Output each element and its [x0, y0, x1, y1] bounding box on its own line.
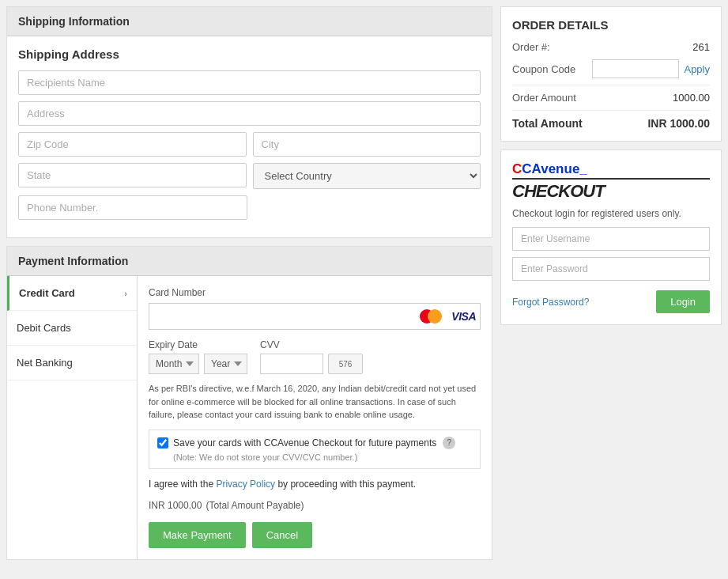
agree-text: I agree with the Privacy Policy by proce… — [149, 479, 481, 490]
cvv-group: CVV 576 — [260, 339, 363, 374]
agree-suffix: by proceeding with this payment. — [275, 479, 416, 490]
cc-c-letter2: C — [522, 161, 531, 176]
cc-logo-text: CC — [512, 161, 532, 177]
total-payable: INR 1000.00 (Total Amount Payable) — [149, 496, 481, 513]
checkout-panel: CC Avenue_ CHECKOUT Checkout login for r… — [500, 149, 722, 325]
save-card-row: Save your cards with CCAvenue Checkout f… — [157, 437, 472, 449]
state-country-row: Select Country — [18, 163, 481, 189]
checkout-login-text: Checkout login for registered users only… — [512, 208, 710, 219]
forgot-password-link[interactable]: Forgot Password? — [512, 297, 589, 308]
save-card-box: Save your cards with CCAvenue Checkout f… — [149, 430, 481, 469]
order-number-row: Order #: 261 — [512, 41, 710, 53]
action-buttons: Make Payment Cancel — [149, 522, 481, 548]
agree-prefix: I agree with the — [149, 479, 216, 490]
help-icon[interactable]: ? — [443, 437, 455, 449]
state-input[interactable] — [18, 163, 247, 187]
order-amount-label: Order Amount — [512, 92, 576, 104]
debit-cards-label: Debit Cards — [17, 322, 71, 334]
login-button[interactable]: Login — [656, 290, 710, 313]
logo-line1: CC Avenue_ — [512, 161, 710, 177]
state-field — [18, 163, 247, 189]
username-input[interactable] — [512, 227, 710, 251]
cvv-label: CVV — [260, 339, 363, 350]
payment-content: Card Number VISA Expir — [138, 276, 492, 559]
mastercard-logo — [420, 308, 448, 325]
year-select[interactable]: Year — [204, 354, 247, 374]
shipping-header: Shipping Information — [7, 7, 492, 36]
rbi-notice: As per RBI's directive, w.e.f March 16, … — [149, 382, 481, 422]
expiry-label: Expiry Date — [149, 339, 247, 350]
visa-logo: VISA — [451, 310, 476, 323]
order-number-label: Order #: — [512, 41, 550, 53]
payment-sidebar: Credit Card › Debit Cards Net Banking — [7, 276, 138, 559]
expiry-cvv-row: Expiry Date Month Year CVV — [149, 339, 481, 374]
phone-input[interactable] — [18, 195, 247, 220]
payment-section: Payment Information Credit Card › Debit … — [6, 246, 492, 560]
expiry-group: Expiry Date Month Year — [149, 339, 247, 374]
total-amount-label: Total Amount — [512, 117, 583, 130]
divider2 — [512, 110, 710, 111]
total-amount: INR 1000.00 — [149, 500, 202, 511]
save-card-note: (Note: We do not store your CVV/CVC numb… — [173, 452, 472, 462]
card-number-label: Card Number — [149, 287, 481, 298]
cvv-example: 576 — [339, 360, 353, 369]
country-field: Select Country — [253, 163, 481, 189]
ccavenue-logo: CC Avenue_ CHECKOUT — [512, 161, 710, 202]
recipients-name-field — [18, 70, 481, 95]
order-details-title: ORDER DETAILS — [512, 18, 710, 32]
cvv-input-row: 576 — [260, 354, 363, 374]
total-amount-value: INR 1000.00 — [647, 117, 710, 130]
avenue-logo-text: Avenue_ — [532, 161, 587, 177]
city-field — [253, 132, 481, 157]
shipping-title: Shipping Information — [18, 15, 130, 28]
payment-title: Payment Information — [18, 255, 128, 267]
coupon-label: Coupon Code — [512, 63, 575, 75]
expiry-selects: Month Year — [149, 354, 247, 374]
rbi-notice-text: As per RBI's directive, w.e.f March 16, … — [149, 384, 476, 419]
sidebar-item-debit-cards[interactable]: Debit Cards — [7, 311, 137, 346]
zip-city-row — [18, 132, 481, 157]
coupon-row: Coupon Code Apply — [512, 59, 710, 78]
apply-link[interactable]: Apply — [684, 63, 710, 75]
mc-right-circle — [428, 309, 442, 324]
month-select[interactable]: Month — [149, 354, 199, 374]
divider — [512, 85, 710, 85]
order-details-panel: ORDER DETAILS Order #: 261 Coupon Code A… — [500, 6, 722, 142]
save-card-checkbox[interactable] — [157, 437, 168, 448]
cc-c-letter: C — [512, 161, 522, 176]
phone-field — [18, 195, 247, 220]
coupon-input[interactable] — [592, 59, 679, 78]
address-input[interactable] — [18, 101, 481, 126]
privacy-policy-link[interactable]: Privacy Policy — [216, 479, 275, 490]
cancel-button[interactable]: Cancel — [252, 522, 312, 548]
phone-row — [18, 195, 481, 220]
checkout-logo-text: CHECKOUT — [512, 181, 710, 202]
cvv-icon: 576 — [328, 354, 363, 374]
forgot-row: Forgot Password? Login — [512, 290, 710, 313]
zip-input[interactable] — [18, 132, 247, 157]
recipients-name-row — [18, 70, 481, 95]
city-input[interactable] — [253, 132, 481, 157]
country-select[interactable]: Select Country — [253, 163, 481, 189]
shipping-section: Shipping Information Shipping Address — [6, 6, 492, 238]
card-number-row: VISA — [149, 303, 481, 330]
order-amount-value: 1000.00 — [673, 92, 710, 104]
password-input[interactable] — [512, 257, 710, 281]
logo-underline — [512, 178, 710, 180]
chevron-right-icon: › — [124, 289, 127, 298]
address-field — [18, 101, 481, 126]
sidebar-item-net-banking[interactable]: Net Banking — [7, 346, 137, 380]
save-card-label: Save your cards with CCAvenue Checkout f… — [173, 437, 436, 448]
recipients-name-input[interactable] — [18, 70, 481, 95]
shipping-address-title: Shipping Address — [18, 47, 481, 61]
sidebar-item-credit-card[interactable]: Credit Card › — [7, 276, 137, 311]
order-amount-row: Order Amount 1000.00 — [512, 92, 710, 104]
zip-field — [18, 132, 247, 157]
net-banking-label: Net Banking — [17, 357, 73, 369]
card-logos: VISA — [420, 308, 476, 325]
address-row — [18, 101, 481, 126]
coupon-input-group: Apply — [592, 59, 710, 78]
credit-card-label: Credit Card — [19, 287, 75, 299]
make-payment-button[interactable]: Make Payment — [149, 522, 246, 548]
cvv-input[interactable] — [260, 354, 323, 374]
